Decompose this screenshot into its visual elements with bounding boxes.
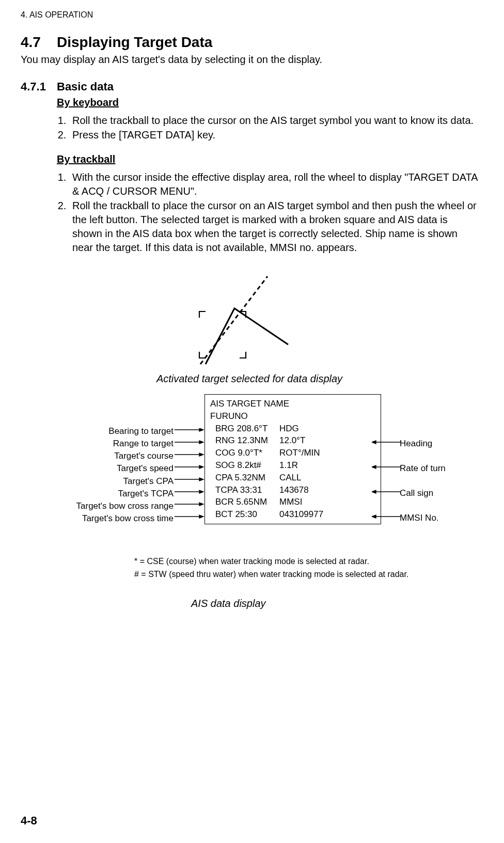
section-title: Displaying Target Data: [57, 34, 212, 51]
cell: TCPA 33:31: [215, 484, 279, 496]
ais-data-box: AIS TARGET NAME FURUNO BRG 208.6°THDG RN…: [204, 394, 381, 524]
list-item: Roll the trackball to place the cursor o…: [69, 199, 478, 255]
cell: 043109977: [279, 508, 375, 521]
labels-right: Heading Rate of turn Call sign MMSI No.: [372, 425, 504, 524]
cell: 143678: [279, 484, 375, 496]
cell: MMSI: [279, 496, 375, 508]
figure-caption-2: AIS data display: [191, 598, 478, 610]
keyboard-steps: Roll the trackball to place the cursor o…: [57, 114, 478, 142]
cell: BRG 208.6°T: [215, 423, 279, 435]
cell: HDG: [279, 423, 375, 435]
figure-caption: Activated target selected for data displ…: [21, 373, 478, 385]
label-rot: Rate of turn: [372, 462, 504, 475]
section-number: 4.7: [21, 34, 57, 51]
footnote-cse: * = CSE (course) when water tracking mod…: [134, 556, 478, 567]
list-item: Roll the trackball to place the cursor o…: [69, 114, 478, 128]
cell: CPA 5.32NM: [215, 472, 279, 484]
svg-marker-16: [199, 515, 203, 518]
subsection-title: Basic data: [57, 80, 114, 93]
cell: BCT 25:30: [215, 508, 279, 521]
databox-title: AIS TARGET NAME: [210, 398, 375, 410]
label-call: Call sign: [372, 487, 504, 499]
blank: [372, 425, 504, 438]
svg-marker-10: [199, 478, 203, 481]
list-item: With the cursor inside the effective dis…: [69, 170, 478, 198]
heading-by-keyboard: By keyboard: [57, 97, 478, 108]
trackball-steps: With the cursor inside the effective dis…: [57, 170, 478, 255]
section-intro: You may display an AIS target's data by …: [21, 54, 478, 66]
label-heading: Heading: [372, 438, 504, 450]
databox-name: FURUNO: [210, 410, 375, 423]
blank: [372, 475, 504, 487]
cell: 12.0°T: [279, 434, 375, 447]
arrows-left-icon: [175, 428, 204, 532]
blank: [372, 450, 504, 462]
figure-target: Activated target selected for data displ…: [21, 266, 478, 385]
blank: [372, 499, 504, 512]
svg-marker-12: [199, 490, 203, 493]
target-diagram-icon: [180, 266, 319, 369]
cell: COG 9.0°T*: [215, 447, 279, 459]
page-number: 4-8: [21, 814, 37, 828]
label-mmsi: MMSI No.: [372, 512, 504, 524]
footnote-stw: # = STW (speed thru water) when water tr…: [134, 569, 478, 580]
svg-marker-2: [199, 428, 203, 431]
cell: RNG 12.3NM: [215, 434, 279, 447]
svg-marker-14: [199, 503, 203, 506]
list-item: Press the [TARGET DATA] key.: [69, 128, 478, 142]
svg-marker-4: [199, 441, 203, 444]
cell: SOG 8.2kt#: [215, 459, 279, 472]
subsection-number: 4.7.1: [21, 80, 57, 93]
chapter-header: 4. AIS OPERATION: [21, 10, 478, 20]
heading-by-trackball: By trackball: [57, 153, 478, 165]
ais-data-figure: Bearing to target Range to target Target…: [21, 394, 478, 554]
cell: CALL: [279, 472, 375, 484]
cell: 1.1R: [279, 459, 375, 472]
svg-marker-8: [199, 465, 203, 469]
svg-marker-6: [199, 453, 203, 456]
svg-line-0: [200, 276, 267, 364]
cell: ROT°/MIN: [279, 447, 375, 459]
cell: BCR 5.65NM: [215, 496, 279, 508]
